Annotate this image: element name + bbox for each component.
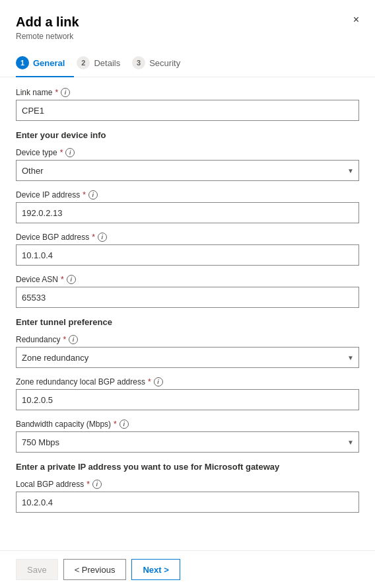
next-button[interactable]: Next > xyxy=(131,559,180,580)
link-name-input[interactable] xyxy=(16,100,359,121)
tab-general-number: 1 xyxy=(16,56,29,69)
zone-bgp-label: Zone redundancy local BGP address * i xyxy=(16,377,359,386)
local-bgp-info-icon[interactable]: i xyxy=(92,480,102,489)
zone-bgp-input[interactable] xyxy=(16,389,359,410)
device-info-heading: Enter your device info xyxy=(16,130,359,140)
redundancy-info-icon[interactable]: i xyxy=(69,335,78,344)
device-type-group: Device type * i Other ▼ xyxy=(16,148,359,181)
device-asn-input[interactable] xyxy=(16,287,359,308)
modal-footer: Save < Previous Next > xyxy=(0,550,375,588)
bandwidth-label: Bandwidth capacity (Mbps) * i xyxy=(16,420,359,429)
device-asn-info-icon[interactable]: i xyxy=(67,275,76,284)
tab-details[interactable]: 2 Details xyxy=(77,50,129,77)
close-button[interactable]: × xyxy=(351,12,362,28)
device-ip-label: Device IP address * i xyxy=(16,190,359,200)
device-bgp-required: * xyxy=(92,233,95,242)
bandwidth-required: * xyxy=(114,420,117,429)
modal-title: Add a link xyxy=(16,13,359,30)
device-asn-group: Device ASN * i xyxy=(16,275,359,308)
device-type-select-wrapper: Other ▼ xyxy=(16,160,359,181)
bandwidth-info-icon[interactable]: i xyxy=(119,420,129,429)
modal-header: Add a link Remote network × xyxy=(0,0,375,49)
device-ip-group: Device IP address * i xyxy=(16,190,359,223)
device-type-info-icon[interactable]: i xyxy=(65,148,75,157)
device-bgp-info-icon[interactable]: i xyxy=(98,233,107,242)
device-type-select[interactable]: Other xyxy=(16,160,359,181)
redundancy-select-wrapper: Zone redundancy ▼ xyxy=(16,347,359,368)
link-name-required: * xyxy=(55,88,58,97)
tab-security-label: Security xyxy=(149,58,180,68)
bandwidth-select[interactable]: 750 Mbps xyxy=(16,431,359,453)
device-ip-input[interactable] xyxy=(16,202,359,223)
zone-bgp-info-icon[interactable]: i xyxy=(154,377,163,386)
link-name-info-icon[interactable]: i xyxy=(61,88,70,97)
link-name-group: Link name * i xyxy=(16,88,359,121)
tab-general[interactable]: 1 General xyxy=(16,50,74,77)
tunnel-preference-heading: Enter tunnel preference xyxy=(16,317,359,327)
redundancy-group: Redundancy * i Zone redundancy ▼ xyxy=(16,335,359,368)
tab-details-label: Details xyxy=(94,58,120,68)
device-ip-info-icon[interactable]: i xyxy=(88,190,98,200)
bandwidth-group: Bandwidth capacity (Mbps) * i 750 Mbps ▼ xyxy=(16,420,359,453)
device-asn-required: * xyxy=(61,275,64,284)
modal-subtitle: Remote network xyxy=(16,32,359,41)
redundancy-required: * xyxy=(63,335,66,344)
zone-bgp-group: Zone redundancy local BGP address * i xyxy=(16,377,359,410)
gateway-heading: Enter a private IP address you want to u… xyxy=(16,462,359,472)
link-name-label: Link name * i xyxy=(16,88,359,97)
redundancy-select[interactable]: Zone redundancy xyxy=(16,347,359,368)
previous-button[interactable]: < Previous xyxy=(63,559,127,580)
device-bgp-label: Device BGP address * i xyxy=(16,233,359,242)
device-ip-required: * xyxy=(83,190,86,200)
zone-bgp-required: * xyxy=(148,377,151,386)
local-bgp-input[interactable] xyxy=(16,492,359,513)
device-bgp-group: Device BGP address * i xyxy=(16,233,359,266)
modal-body: Link name * i Enter your device info Dev… xyxy=(0,77,375,550)
device-asn-label: Device ASN * i xyxy=(16,275,359,284)
bandwidth-select-wrapper: 750 Mbps ▼ xyxy=(16,431,359,453)
tab-details-number: 2 xyxy=(77,56,90,69)
tab-security-number: 3 xyxy=(132,56,145,69)
local-bgp-group: Local BGP address * i xyxy=(16,480,359,513)
local-bgp-required: * xyxy=(86,480,90,489)
device-type-required: * xyxy=(60,148,63,157)
save-button[interactable]: Save xyxy=(16,559,58,580)
local-bgp-label: Local BGP address * i xyxy=(16,480,359,489)
device-type-label: Device type * i xyxy=(16,148,359,157)
tab-security[interactable]: 3 Security xyxy=(132,50,189,77)
modal-container: Add a link Remote network × 1 General 2 … xyxy=(0,0,375,588)
tab-general-label: General xyxy=(33,58,65,68)
device-bgp-input[interactable] xyxy=(16,244,359,266)
redundancy-label: Redundancy * i xyxy=(16,335,359,344)
tabs-container: 1 General 2 Details 3 Security xyxy=(0,49,375,77)
